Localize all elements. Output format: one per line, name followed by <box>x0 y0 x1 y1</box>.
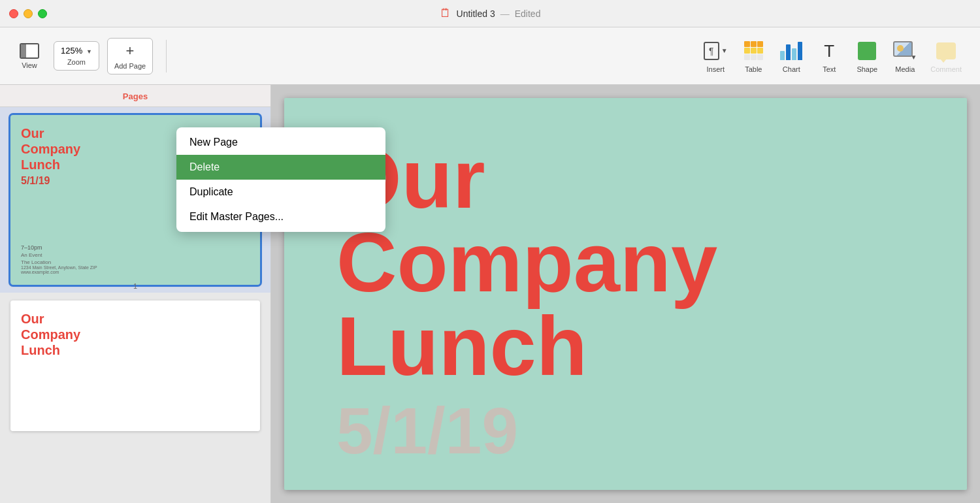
context-menu-delete[interactable]: Delete <box>176 155 271 180</box>
add-page-label: Add Page <box>114 62 146 70</box>
zoom-button[interactable]: 125% ▼ Zoom <box>54 41 99 71</box>
insert-button[interactable]: ¶ ▼ Insert <box>698 35 733 77</box>
context-menu-edit-master[interactable]: Edit Master Pages... <box>176 204 271 229</box>
insert-icon: ¶ ▼ <box>704 39 728 63</box>
page-number-1: 1 <box>133 282 137 290</box>
text-button[interactable]: T Text <box>811 35 847 77</box>
chart-icon <box>780 39 802 63</box>
thumb-url: www.example.com <box>21 270 250 274</box>
thumb-time: 7–10pm <box>21 244 250 251</box>
media-chevron-icon: ▼ <box>910 54 917 61</box>
table-label: Table <box>745 65 762 73</box>
shape-button[interactable]: Shape <box>849 35 885 77</box>
comment-icon <box>936 39 956 63</box>
view-icon <box>20 43 39 59</box>
window-controls <box>9 9 47 18</box>
thumbnail-frame-2: OurCompanyLunch <box>10 300 260 431</box>
close-button[interactable] <box>9 9 18 18</box>
comment-button[interactable]: Comment <box>925 35 967 77</box>
zoom-icon: 125% ▼ <box>61 46 92 56</box>
doc-date: 5/1/19 <box>336 395 915 466</box>
zoom-label: Zoom <box>67 58 86 66</box>
comment-label: Comment <box>930 65 962 73</box>
chart-button[interactable]: Chart <box>774 35 809 77</box>
thumbnail-content-2: OurCompanyLunch <box>10 300 260 431</box>
app-icon: 🗒 <box>440 7 451 20</box>
zoom-chevron-icon: ▼ <box>86 48 92 55</box>
table-button[interactable]: Table <box>736 35 771 77</box>
edited-label: Edited <box>515 8 541 19</box>
sidebar-header: Pages <box>0 85 270 107</box>
toolbar: View 125% ▼ Zoom + Add Page ¶ ▼ Insert <box>0 27 980 85</box>
add-page-button[interactable]: + Add Page <box>107 38 153 74</box>
text-icon: T <box>824 39 834 63</box>
shape-icon <box>858 39 876 63</box>
insert-label: Insert <box>707 65 725 73</box>
doc-title-line3: Lunch <box>336 299 587 393</box>
minimize-button[interactable] <box>24 9 33 18</box>
add-icon: + <box>126 42 135 59</box>
document-page[interactable]: Our Company Lunch 5/1/19 <box>284 98 967 490</box>
maximize-button[interactable] <box>38 9 47 18</box>
document-title: Untitled 3 <box>457 8 495 19</box>
thumb-title-2: OurCompanyLunch <box>21 311 250 358</box>
toolbar-right: ¶ ▼ Insert Table <box>698 35 967 77</box>
table-icon <box>744 39 763 63</box>
thumb-address: 1234 Main Street, Anytown, State ZIP <box>21 265 250 270</box>
context-menu: New Page Delete Duplicate Edit Master Pa… <box>176 127 271 232</box>
thumb-location: The Location <box>21 259 250 265</box>
zoom-value: 125% <box>61 46 82 56</box>
toolbar-divider <box>166 40 167 73</box>
shape-label: Shape <box>857 65 877 73</box>
title-bar: 🗒 Untitled 3 — Edited <box>0 0 980 27</box>
doc-title-line2: Company <box>336 216 717 309</box>
media-label: Media <box>895 65 915 73</box>
media-icon: ▼ <box>893 39 917 63</box>
title-separator: — <box>500 8 510 19</box>
thumb-footer-1: 7–10pm An Event The Location 1234 Main S… <box>21 244 250 274</box>
thumb-event: An Event <box>21 252 250 258</box>
text-label: Text <box>823 65 836 73</box>
context-menu-new-page[interactable]: New Page <box>176 130 271 155</box>
plus-icon: + <box>126 42 135 59</box>
pages-sidebar: Pages OurCompanyLunch 5/1/19 7–10pm An E… <box>0 85 271 503</box>
insert-chevron-icon: ▼ <box>721 47 728 54</box>
window-title: 🗒 Untitled 3 — Edited <box>440 7 541 20</box>
chart-label: Chart <box>783 65 800 73</box>
page-thumbnail-2[interactable]: OurCompanyLunch <box>0 293 270 439</box>
view-button[interactable]: View <box>13 39 46 73</box>
context-menu-duplicate[interactable]: Duplicate <box>176 180 271 204</box>
media-button[interactable]: ▼ Media <box>887 35 923 77</box>
main-content: Pages OurCompanyLunch 5/1/19 7–10pm An E… <box>0 85 980 503</box>
doc-title: Our Company Lunch <box>336 137 915 388</box>
view-label: View <box>22 61 37 69</box>
